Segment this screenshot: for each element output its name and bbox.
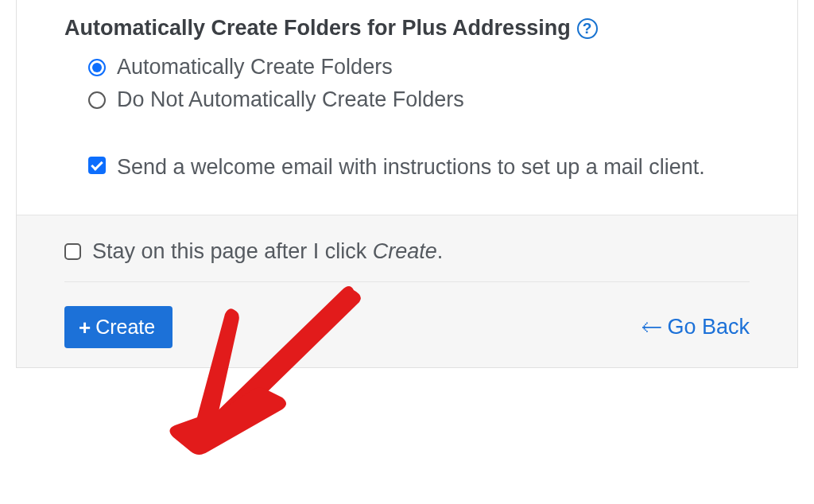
help-icon[interactable]: ? [577, 18, 598, 39]
radio-input-no-auto-create[interactable] [88, 91, 106, 109]
radio-option-auto-create[interactable]: Automatically Create Folders [88, 55, 750, 79]
radio-input-auto-create[interactable] [88, 59, 106, 76]
welcome-email-checkbox[interactable] [88, 157, 106, 174]
go-back-link[interactable]: 🡐 Go Back [641, 315, 750, 340]
arrow-left-icon: 🡐 [641, 315, 662, 340]
stay-on-page-row[interactable]: Stay on this page after I click Create. [64, 239, 750, 282]
stay-label-prefix: Stay on this page after I click [92, 239, 373, 263]
welcome-email-row[interactable]: Send a welcome email with instructions t… [64, 152, 750, 183]
plus-icon: + [79, 317, 91, 338]
stay-label-emphasis: Create [373, 239, 437, 263]
go-back-label: Go Back [667, 315, 750, 339]
radio-label-auto-create: Automatically Create Folders [117, 55, 393, 79]
stay-on-page-checkbox[interactable] [64, 243, 81, 260]
stay-on-page-label: Stay on this page after I click Create. [92, 239, 443, 264]
footer-section: Stay on this page after I click Create. … [17, 215, 797, 367]
button-row: + Create 🡐 Go Back [64, 300, 750, 353]
section-heading-text: Automatically Create Folders for Plus Ad… [64, 16, 571, 41]
create-button-label: Create [95, 316, 155, 339]
upper-section: Automatically Create Folders for Plus Ad… [17, 0, 797, 215]
settings-panel: Automatically Create Folders for Plus Ad… [16, 0, 798, 368]
stay-label-suffix: . [437, 239, 444, 263]
radio-label-no-auto-create: Do Not Automatically Create Folders [117, 87, 464, 112]
radio-option-no-auto-create[interactable]: Do Not Automatically Create Folders [88, 87, 750, 112]
section-heading: Automatically Create Folders for Plus Ad… [64, 16, 750, 41]
welcome-email-label: Send a welcome email with instructions t… [117, 152, 705, 183]
create-button[interactable]: + Create [64, 306, 172, 348]
folder-radio-group: Automatically Create Folders Do Not Auto… [64, 55, 750, 112]
